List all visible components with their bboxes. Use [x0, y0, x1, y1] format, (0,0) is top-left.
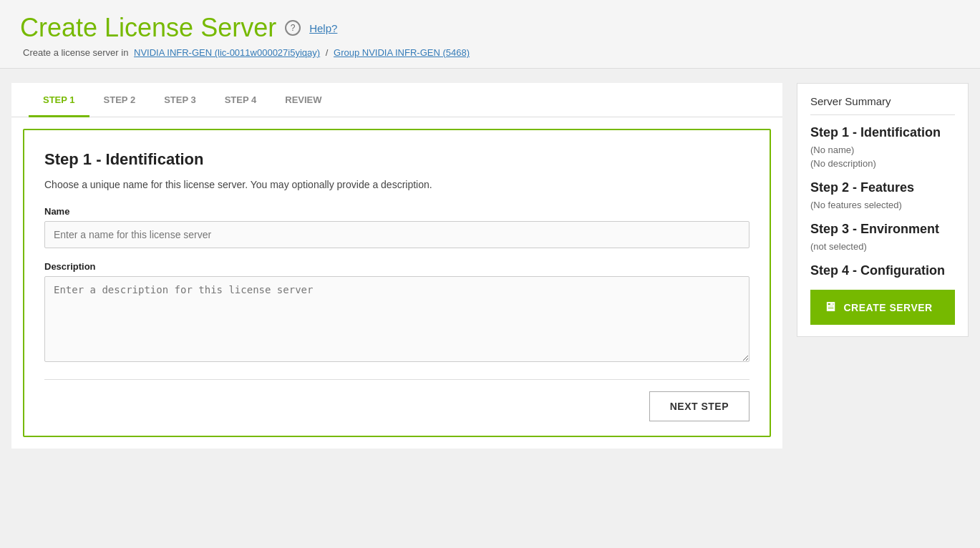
name-input[interactable] [44, 221, 749, 248]
sidebar-step1-section: Step 1 - Identification (No name) (No de… [810, 125, 955, 169]
description-label: Description [44, 261, 749, 272]
sidebar-step1-desc: (No description) [810, 158, 955, 169]
create-server-label: CREATE SERVER [844, 302, 933, 313]
tab-review[interactable]: REVIEW [271, 83, 336, 117]
sidebar-step4-title: Step 4 - Configuration [810, 263, 955, 278]
help-link[interactable]: Help? [309, 22, 337, 34]
tab-step3[interactable]: STEP 3 [150, 83, 210, 117]
page-title: Create License Server [20, 13, 276, 43]
sidebar-title: Server Summary [810, 95, 955, 107]
breadcrumb-link2[interactable]: Group NVIDIA INFR-GEN (5468) [334, 47, 470, 58]
description-textarea[interactable] [44, 276, 749, 362]
sidebar-step1-title: Step 1 - Identification [810, 125, 955, 140]
breadcrumb-link1[interactable]: NVIDIA INFR-GEN (lic-0011w000027i5yiqay) [134, 47, 320, 58]
main-layout: STEP 1 STEP 2 STEP 3 STEP 4 REVIEW Step … [0, 69, 980, 463]
breadcrumb: Create a license server in NVIDIA INFR-G… [20, 47, 960, 58]
form-title: Step 1 - Identification [44, 150, 749, 169]
create-server-button[interactable]: 🖥 CREATE SERVER [810, 290, 955, 325]
content-area: STEP 1 STEP 2 STEP 3 STEP 4 REVIEW Step … [11, 83, 782, 449]
stepper: STEP 1 STEP 2 STEP 3 STEP 4 REVIEW [11, 83, 782, 117]
sidebar-step4-section: Step 4 - Configuration [810, 263, 955, 278]
tab-step1[interactable]: STEP 1 [29, 83, 89, 117]
sidebar-step3-section: Step 3 - Environment (not selected) [810, 222, 955, 252]
breadcrumb-prefix: Create a license server in [23, 47, 128, 58]
sidebar-divider [810, 114, 955, 115]
breadcrumb-separator: / [326, 47, 329, 58]
sidebar-step3-value: (not selected) [810, 241, 955, 252]
form-footer: NEXT STEP [44, 379, 749, 421]
sidebar-step2-title: Step 2 - Features [810, 180, 955, 195]
next-step-button[interactable]: NEXT STEP [649, 391, 749, 421]
header: Create License Server ? Help? Create a l… [0, 0, 980, 69]
sidebar: Server Summary Step 1 - Identification (… [797, 83, 969, 337]
form-card: Step 1 - Identification Choose a unique … [23, 129, 771, 437]
form-description: Choose a unique name for this license se… [44, 179, 749, 190]
tab-step2[interactable]: STEP 2 [89, 83, 150, 117]
name-label: Name [44, 206, 749, 217]
sidebar-step3-title: Step 3 - Environment [810, 222, 955, 237]
sidebar-step2-value: (No features selected) [810, 200, 955, 210]
server-icon: 🖥 [823, 300, 837, 315]
sidebar-step1-name: (No name) [810, 145, 955, 155]
sidebar-step2-section: Step 2 - Features (No features selected) [810, 180, 955, 210]
tab-step4[interactable]: STEP 4 [210, 83, 271, 117]
help-icon[interactable]: ? [285, 20, 301, 36]
